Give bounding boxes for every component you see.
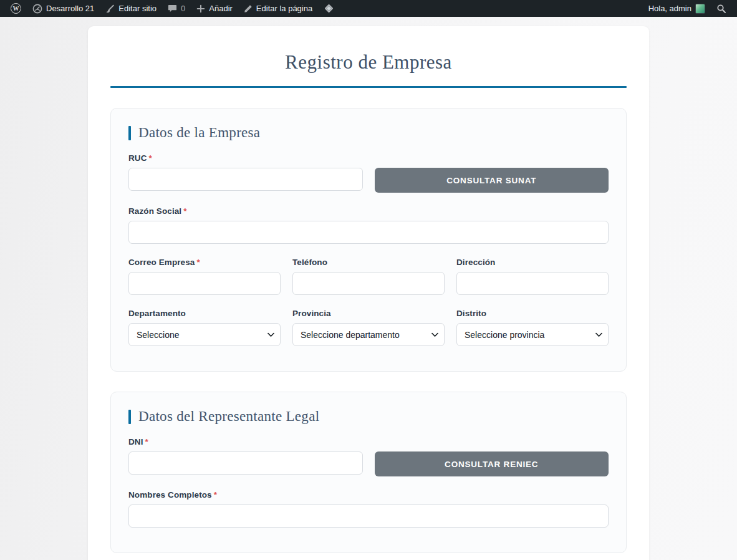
- paintbrush-icon: [105, 4, 115, 13]
- admin-search[interactable]: [711, 0, 732, 17]
- company-section-header: Datos de la Empresa: [128, 125, 609, 141]
- wordpress-logo-icon: W: [11, 3, 21, 14]
- nombres-label: Nombres Completos*: [128, 490, 609, 500]
- nombres-row: Nombres Completos*: [128, 490, 609, 528]
- edit-page-label: Editar la página: [256, 4, 312, 13]
- nombres-input[interactable]: [128, 504, 609, 528]
- departamento-select[interactable]: Seleccione: [128, 323, 281, 346]
- company-data-section: Datos de la Empresa RUC* CONSULTAR SUNAT…: [110, 108, 627, 372]
- section-accent-bar: [128, 410, 131, 424]
- correo-field: Correo Empresa*: [128, 258, 281, 295]
- admin-bar-right: Hola, admin: [643, 0, 732, 17]
- provincia-field: Provincia Seleccione departamento: [292, 309, 445, 346]
- razon-social-label: Razón Social*: [128, 206, 609, 216]
- required-marker: *: [149, 153, 152, 163]
- dni-row: DNI* CONSULTAR RENIEC: [128, 437, 609, 476]
- section-accent-bar: [128, 126, 131, 140]
- direccion-input[interactable]: [456, 272, 609, 295]
- edit-page-menu[interactable]: Editar la página: [238, 0, 318, 17]
- comment-bubble-icon: [168, 4, 177, 13]
- page-title: Registro de Empresa: [110, 51, 627, 74]
- direccion-field: Dirección: [456, 258, 609, 295]
- edit-site-label: Editar sitio: [118, 4, 157, 13]
- location-row: Departamento Seleccione Provincia Selecc…: [128, 309, 609, 346]
- departamento-label: Departamento: [128, 309, 281, 318]
- registration-card: Registro de Empresa Datos de la Empresa …: [88, 26, 649, 560]
- telefono-input[interactable]: [292, 272, 445, 295]
- direccion-label: Dirección: [456, 258, 609, 267]
- edit-site-menu[interactable]: Editar sitio: [100, 0, 162, 17]
- ruc-input[interactable]: [128, 168, 363, 191]
- correo-input[interactable]: [128, 272, 281, 295]
- plus-icon: [196, 4, 205, 13]
- add-new-menu[interactable]: Añadir: [191, 0, 238, 17]
- ruc-row: RUC* CONSULTAR SUNAT: [128, 153, 609, 193]
- required-marker: *: [145, 437, 148, 447]
- comments-count: 0: [181, 4, 185, 13]
- consult-reniec-button[interactable]: CONSULTAR RENIEC: [375, 451, 609, 476]
- consult-sunat-button[interactable]: CONSULTAR SUNAT: [375, 168, 609, 193]
- site-name-label: Desarrollo 21: [46, 4, 94, 13]
- wp-admin-bar: W Desarrollo 21 Editar sitio 0 Añadir: [0, 0, 737, 17]
- contact-row: Correo Empresa* Teléfono Dirección: [128, 258, 609, 295]
- greeting-label: Hola, admin: [648, 4, 691, 13]
- admin-bar-left: W Desarrollo 21 Editar sitio 0 Añadir: [5, 0, 340, 17]
- dni-label: DNI*: [128, 437, 609, 447]
- pencil-icon: [244, 4, 253, 13]
- legal-section-header: Datos del Representante Legal: [128, 408, 609, 425]
- site-name-menu[interactable]: Desarrollo 21: [27, 0, 100, 17]
- title-underline: [110, 86, 627, 88]
- wp-logo-menu[interactable]: W: [5, 0, 27, 17]
- required-marker: *: [196, 258, 200, 267]
- plugin-menu[interactable]: [318, 0, 340, 17]
- comments-menu[interactable]: 0: [162, 0, 191, 17]
- razon-social-row: Razón Social*: [128, 206, 609, 244]
- required-marker: *: [214, 490, 217, 500]
- company-section-title: Datos de la Empresa: [138, 125, 260, 141]
- provincia-label: Provincia: [292, 309, 445, 318]
- telefono-field: Teléfono: [292, 258, 445, 295]
- legal-section-title: Datos del Representante Legal: [138, 408, 319, 425]
- provincia-select[interactable]: Seleccione departamento: [292, 323, 445, 346]
- my-account-menu[interactable]: Hola, admin: [643, 0, 711, 17]
- search-icon: [716, 4, 726, 14]
- correo-label: Correo Empresa*: [128, 258, 281, 267]
- distrito-select[interactable]: Seleccione provincia: [456, 323, 609, 346]
- departamento-field: Departamento Seleccione: [128, 309, 281, 346]
- user-avatar: [695, 4, 705, 14]
- distrito-label: Distrito: [456, 309, 609, 318]
- ruc-label: RUC*: [128, 153, 609, 163]
- dni-input[interactable]: [128, 451, 363, 475]
- add-new-label: Añadir: [209, 4, 233, 13]
- required-marker: *: [183, 206, 186, 216]
- dashboard-gauge-icon: [32, 4, 42, 14]
- telefono-label: Teléfono: [292, 258, 445, 267]
- distrito-field: Distrito Seleccione provincia: [456, 309, 609, 346]
- diamond-plugin-icon: [324, 3, 334, 14]
- legal-rep-section: Datos del Representante Legal DNI* CONSU…: [110, 392, 627, 553]
- razon-social-input[interactable]: [128, 221, 609, 244]
